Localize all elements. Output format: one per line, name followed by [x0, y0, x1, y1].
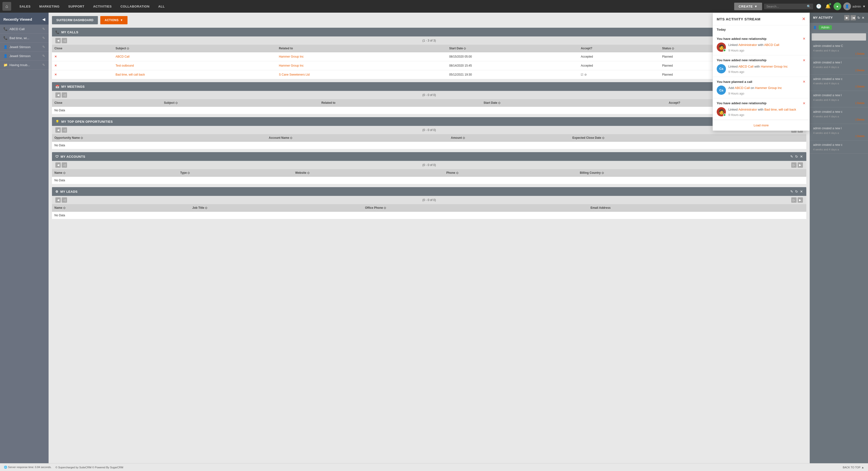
sidebar-item-abcd-call[interactable]: 📞 ABCD Call ✎ [0, 25, 49, 33]
prev-button[interactable]: ◁ [62, 197, 67, 203]
mts-link[interactable]: Hammer Group Inc [761, 65, 788, 68]
close-cell[interactable]: ✕ [52, 61, 113, 70]
back-to-top-button[interactable]: BACK TO TOP ▲ [843, 466, 864, 469]
sidebar-collapse-button[interactable]: ◀ [42, 17, 45, 22]
billing-country-column[interactable]: Billing Country ◇ [577, 169, 806, 177]
mts-link[interactable]: ABCD Call [735, 86, 750, 90]
amount-column[interactable]: Amount ◇ [448, 134, 570, 142]
start-date-column[interactable]: Start Date ◇ [446, 45, 578, 52]
mts-link[interactable]: Bad time, will call back [764, 108, 796, 111]
prev-page-button[interactable]: ◀ [55, 92, 61, 98]
related-column[interactable]: Related to [276, 45, 446, 52]
nav-item-collaboration[interactable]: COLLABORATION [116, 0, 154, 12]
start-date-column[interactable]: Start Date ◇ [481, 99, 666, 107]
mts-link[interactable]: Administrator [738, 43, 757, 47]
suitecrm-dashboard-button[interactable]: SUITECRM DASHBOARD [52, 16, 98, 24]
delete-button[interactable]: | Delete [856, 85, 865, 88]
nav-item-sales[interactable]: SALES [15, 0, 35, 12]
refresh-panel-button[interactable]: ↻ [795, 189, 798, 194]
sidebar-edit-button[interactable]: ✎ [42, 54, 45, 58]
type-column[interactable]: Type ◇ [178, 169, 293, 177]
mts-link[interactable]: Hammer Group Inc [755, 86, 782, 90]
close-cell[interactable]: ✕ [52, 52, 113, 61]
clock-icon[interactable]: 🕐 [815, 3, 822, 10]
edit-panel-button[interactable]: ✎ [790, 154, 793, 158]
prev-page-button[interactable]: ◀ [55, 197, 61, 203]
user-avatar-button[interactable]: 👤 admin ▼ [843, 2, 866, 10]
related-cell[interactable]: S Cane Sweeteners Ltd [276, 70, 446, 79]
search-icon[interactable]: 🔍 [807, 5, 811, 8]
account-name-column[interactable]: Account Name ◇ [267, 134, 448, 142]
related-cell[interactable]: Hammer Group Inc [276, 61, 446, 70]
prev-page-button[interactable]: ◀ [55, 38, 61, 43]
sidebar-edit-button[interactable]: ✎ [42, 36, 45, 40]
mts-item-close-button[interactable]: ✕ [803, 37, 806, 40]
mts-item-close-button[interactable]: ✕ [803, 58, 806, 62]
close-panel-button[interactable]: ✕ [800, 154, 803, 158]
edit-panel-button[interactable]: ✎ [790, 189, 793, 194]
mts-close-button[interactable]: ✕ [802, 16, 806, 22]
mts-item-close-button[interactable]: ✕ [803, 80, 806, 84]
subject-cell[interactable]: Bad time, will call back [113, 70, 276, 79]
create-button[interactable]: CREATE ▼ [734, 3, 762, 10]
load-more-button[interactable]: Load more [754, 123, 769, 127]
status-dot-button[interactable]: ● [834, 2, 841, 10]
website-column[interactable]: Website ◇ [293, 169, 444, 177]
prev-page-button[interactable]: ◀ [55, 127, 61, 133]
delete-button[interactable]: | Delete [856, 101, 865, 105]
prev-button[interactable]: ◁ [62, 163, 67, 168]
subject-column[interactable]: Subject ◇ [161, 99, 319, 107]
next-button[interactable]: ▷ [791, 163, 797, 168]
delete-button[interactable]: | Delete [856, 69, 865, 72]
related-cell[interactable]: Hammer Group Inc [276, 52, 446, 61]
mts-item-close-button[interactable]: ✕ [803, 101, 806, 105]
nav-item-marketing[interactable]: MARKETING [35, 0, 64, 12]
prev-page-button[interactable]: ◀ [55, 163, 61, 168]
prev-button[interactable]: ◁ [62, 38, 67, 43]
delete-button[interactable]: | Delete [856, 52, 865, 55]
next-button[interactable]: ▷ [791, 197, 797, 203]
sidebar-item-bad-time[interactable]: 📞 Bad time, wi... ✎ [0, 33, 49, 42]
mts-item-text: Linked ABCD Call with Hammer Group Inc [728, 64, 787, 69]
refresh-panel-button[interactable]: ↻ [795, 154, 798, 158]
close-cell[interactable]: ✕ [52, 70, 113, 79]
prev-arrow-button[interactable]: ▶ [844, 15, 849, 21]
mts-link[interactable]: ABCD Call [738, 65, 753, 68]
nav-item-support[interactable]: SUPPORT [64, 0, 89, 12]
delete-button[interactable]: | Delete [856, 118, 865, 121]
next-page-button[interactable]: ▶ [798, 197, 803, 203]
phone-column[interactable]: Office Phone ◇ [363, 204, 588, 212]
next-arrow-button[interactable]: |◀ [850, 15, 856, 21]
subject-column[interactable]: Subject ◇ [113, 45, 276, 52]
notifications-icon[interactable]: 🔔 [824, 3, 832, 10]
name-column[interactable]: Name ◇ [52, 204, 190, 212]
sidebar-item-jewell2[interactable]: 👤 Jewell Stimson ✎ [0, 52, 49, 60]
mts-link[interactable]: Administrator [738, 108, 757, 111]
sidebar-edit-button[interactable]: ✎ [42, 63, 45, 67]
sidebar-edit-button[interactable]: ✎ [42, 27, 45, 31]
sidebar-item-having-trouble[interactable]: 📁 Having troub... ✎ [0, 60, 49, 69]
close-panel-button[interactable]: ✕ [800, 189, 803, 194]
next-page-button[interactable]: ▶ [798, 163, 803, 168]
logo-icon[interactable]: ⌂ [2, 2, 11, 11]
prev-button[interactable]: ◁ [62, 127, 67, 133]
prev-button[interactable]: ◁ [62, 92, 67, 98]
refresh-activity-button[interactable]: ↻ [857, 15, 860, 21]
nav-item-all[interactable]: ALL [154, 0, 169, 12]
phone-column[interactable]: Phone ◇ [444, 169, 578, 177]
nav-item-activities[interactable]: ACTIVITIES [89, 0, 116, 12]
close-date-column[interactable]: Expected Close Date ◇ [570, 134, 806, 142]
name-column[interactable]: Name ◇ [52, 169, 178, 177]
subject-cell[interactable]: Test outbound [113, 61, 276, 70]
sidebar-edit-button[interactable]: ✎ [42, 45, 45, 49]
sidebar-item-jewell1[interactable]: 👤 Jewell Stimson ✎ [0, 42, 49, 52]
opportunity-icon: 💡 [55, 120, 60, 123]
delete-button[interactable]: | Delete [856, 135, 865, 138]
search-input[interactable] [767, 5, 805, 8]
actions-button[interactable]: ACTIONS ▼ [100, 16, 127, 24]
mts-link[interactable]: ABCD Call [764, 43, 779, 47]
job-title-column[interactable]: Job Title ◇ [190, 204, 363, 212]
close-activity-button[interactable]: ✕ [862, 15, 865, 21]
subject-cell[interactable]: ABCD Call [113, 52, 276, 61]
opp-name-column[interactable]: Opportunity Name ◇ [52, 134, 267, 142]
